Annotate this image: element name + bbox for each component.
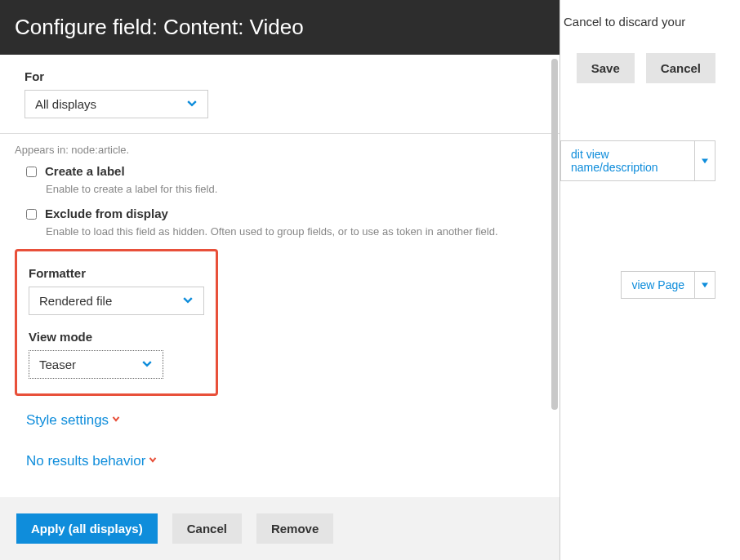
chevron-down-icon xyxy=(110,412,122,429)
create-label-checkbox[interactable] xyxy=(26,167,37,177)
edit-view-name-button[interactable]: dit view name/description xyxy=(560,140,715,181)
edit-view-name-dropdown[interactable] xyxy=(695,141,715,180)
for-section: For All displays xyxy=(0,55,559,133)
view-page-dropdown[interactable] xyxy=(695,272,715,298)
apply-button[interactable]: Apply (all displays) xyxy=(16,513,158,544)
for-label: For xyxy=(25,69,535,83)
exclude-display-description: Enable to load this field as hidden. Oft… xyxy=(46,225,545,238)
chevron-down-icon xyxy=(147,453,158,469)
create-label-description: Enable to create a label for this field. xyxy=(46,183,545,195)
svg-marker-1 xyxy=(702,283,708,288)
svg-marker-0 xyxy=(702,159,708,164)
view-mode-label: View mode xyxy=(29,330,204,344)
style-settings-label: Style settings xyxy=(26,412,109,429)
cancel-button[interactable]: Cancel xyxy=(172,513,242,544)
no-results-toggle[interactable]: No results behavior xyxy=(26,453,545,469)
scrollbar[interactable] xyxy=(551,59,558,410)
configure-field-modal: Configure field: Content: Video For All … xyxy=(0,0,560,560)
bg-hint-text: Cancel to discard your xyxy=(560,15,715,29)
appears-in-text: Appears in: node:article. xyxy=(15,144,545,156)
style-settings-toggle[interactable]: Style settings xyxy=(26,412,545,429)
formatter-highlight-box: Formatter Rendered file View mode Teaser xyxy=(15,249,218,396)
modal-actions: Apply (all displays) Cancel Remove xyxy=(0,497,559,560)
for-select[interactable]: All displays xyxy=(25,90,208,118)
modal-body: Appears in: node:article. Create a label… xyxy=(0,134,559,489)
modal-title: Configure field: Content: Video xyxy=(0,0,559,55)
exclude-display-text[interactable]: Exclude from display xyxy=(45,207,168,220)
edit-view-name-label: dit view name/description xyxy=(561,141,695,180)
formatter-select[interactable]: Rendered file xyxy=(29,287,204,315)
view-page-label: view Page xyxy=(622,272,695,298)
exclude-display-checkbox[interactable] xyxy=(26,209,37,220)
create-label-text[interactable]: Create a label xyxy=(45,164,125,178)
formatter-label: Formatter xyxy=(29,266,204,280)
bg-save-button[interactable]: Save xyxy=(577,53,635,83)
bg-cancel-button[interactable]: Cancel xyxy=(646,53,715,83)
view-mode-select[interactable]: Teaser xyxy=(29,350,163,379)
background-panel: Cancel to discard your Save Cancel dit v… xyxy=(560,0,740,299)
view-page-button[interactable]: view Page xyxy=(621,271,715,299)
bg-button-row: Save Cancel xyxy=(560,53,715,83)
remove-button[interactable]: Remove xyxy=(256,513,333,544)
no-results-label: No results behavior xyxy=(26,453,145,469)
